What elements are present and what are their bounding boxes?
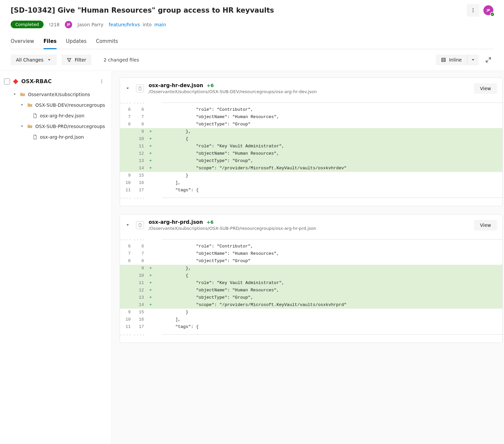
lines-added: +6 [207, 83, 214, 88]
page-title: [SD-10342] Give "Human Resources" group … [11, 6, 274, 14]
inline-view-button[interactable]: Inline [436, 55, 467, 65]
sidebar-more-button[interactable] [99, 79, 107, 84]
status-badge: Completed [11, 21, 44, 28]
diff-line: ........ [120, 235, 502, 243]
chevron-down-icon [47, 58, 52, 62]
view-file-button[interactable]: View [474, 83, 497, 94]
chevron-down-icon [13, 92, 17, 96]
svg-point-1 [473, 10, 474, 11]
diff-line: 11+ "role": "Key Vault Administrator", [120, 279, 502, 287]
diff-line: 66 "role": "Contributor", [120, 106, 502, 113]
chevron-down-icon [20, 124, 25, 128]
diff-line: 14+ "scope": "/providers/Microsoft.KeyVa… [120, 301, 502, 309]
diff-line: 915 } [120, 309, 502, 316]
diff-line: ........ [120, 331, 502, 338]
diff-line: 10+ { [120, 135, 502, 143]
view-file-button[interactable]: View [474, 220, 497, 230]
diff-line: 13+ "objectType": "Group", [120, 294, 502, 301]
diff-line: 1016 ], [120, 316, 502, 323]
repo-icon [13, 78, 19, 84]
diff-line: 13+ "objectType": "Group", [120, 157, 502, 165]
diff-line: 9+ }, [120, 265, 502, 272]
author-name: Jason Parry [77, 22, 103, 27]
check-icon [490, 12, 495, 17]
file-name: osx-arg-hr-dev.json [149, 82, 203, 88]
svg-rect-3 [441, 58, 445, 62]
repo-name: OSX-RBAC [21, 78, 52, 84]
diff-line: 88 "objectType": "Group" [120, 121, 502, 128]
collapse-file-button[interactable] [125, 86, 131, 91]
tree-folder-root[interactable]: OsservanteX/subscriptions [3, 89, 109, 100]
lines-added: +6 [206, 220, 213, 225]
diff-line: 12+ "objectName": "Human Resources", [120, 287, 502, 294]
diff-line: 12+ "objectName": "Human Resources", [120, 150, 502, 157]
tree-file-prd[interactable]: osx-arg-hr-prd.json [3, 132, 109, 142]
diff-line: 1117 "tags": { [120, 323, 502, 331]
tree-file-dev[interactable]: osx-arg-hr-dev.json [3, 110, 109, 121]
file-card: osx-arg-hr-dev.json +6 /OsservanteX/subs… [120, 77, 503, 206]
folder-icon [27, 124, 33, 129]
tab-files[interactable]: Files [44, 36, 57, 49]
file-name: osx-arg-hr-prd.json [149, 219, 203, 225]
file-icon [136, 221, 144, 229]
diff-block: ........66 "role": "Contributor",77 "obj… [120, 99, 502, 206]
diff-line: 77 "objectName": "Human Resources", [120, 250, 502, 257]
svg-point-8 [101, 82, 102, 83]
diff-line: ........ [120, 194, 502, 201]
view-mode-dropdown[interactable] [467, 55, 479, 65]
diff-block: ........66 "role": "Contributor",77 "obj… [120, 235, 502, 343]
chevron-down-icon [471, 58, 475, 62]
select-all-checkbox[interactable] [4, 78, 10, 84]
author-avatar[interactable]: JP [65, 21, 72, 28]
file-icon [33, 113, 37, 118]
more-actions-button[interactable] [467, 4, 479, 17]
source-branch[interactable]: feature/hrkvs [109, 22, 140, 27]
file-path: /OsservanteX/subscriptions/OSX-SUB-DEV/r… [149, 89, 469, 94]
svg-point-7 [101, 81, 102, 81]
inline-icon [441, 58, 446, 62]
pr-id: !218 [49, 22, 60, 27]
folder-icon [27, 102, 33, 108]
diff-line: 915 } [120, 172, 502, 179]
folder-icon [20, 92, 25, 97]
collapse-file-button[interactable] [125, 223, 131, 227]
diff-line: 88 "objectType": "Group" [120, 257, 502, 265]
tab-updates[interactable]: Updates [66, 36, 86, 49]
chevron-down-icon [20, 103, 25, 107]
branch-info: feature/hrkvs into main [109, 22, 166, 27]
tree-folder-prd[interactable]: OSX-SUB-PRD/resourcegroups [3, 121, 109, 132]
diff-line: 77 "objectName": "Human Resources", [120, 113, 502, 121]
diff-line: 66 "role": "Contributor", [120, 243, 502, 250]
diff-line: 10+ { [120, 272, 502, 279]
diff-line: 14+ "scope": "/providers/Microsoft.KeyVa… [120, 165, 502, 172]
tabs: Overview Files Updates Commits [11, 36, 493, 49]
fullscreen-button[interactable] [483, 55, 493, 65]
approver-avatar[interactable]: JP [483, 5, 493, 15]
file-path: /OsservanteX/subscriptions/OSX-SUB-PRD/r… [149, 226, 469, 231]
all-changes-dropdown[interactable]: All Changes [11, 55, 57, 65]
target-branch[interactable]: main [154, 22, 166, 27]
diff-line: 1117 "tags": { [120, 187, 502, 194]
tab-overview[interactable]: Overview [11, 36, 34, 49]
svg-point-6 [101, 79, 102, 80]
file-card: osx-arg-hr-prd.json +6 /OsservanteX/subs… [120, 214, 503, 343]
tab-commits[interactable]: Commits [96, 36, 118, 49]
tree-folder-dev[interactable]: OSX-SUB-DEV/resourcegroups [3, 100, 109, 110]
diff-line: 9+ }, [120, 128, 502, 135]
changed-files-count: 2 changed files [103, 57, 139, 63]
filter-icon [67, 58, 71, 62]
svg-point-0 [473, 8, 474, 9]
diff-line: 11+ "role": "Key Vault Administrator", [120, 143, 502, 150]
diff-line: 1016 ], [120, 179, 502, 187]
file-icon [136, 84, 144, 92]
file-icon [33, 135, 37, 139]
filter-button[interactable]: Filter [62, 55, 92, 65]
svg-point-2 [473, 12, 474, 13]
diff-line: ........ [120, 99, 502, 106]
